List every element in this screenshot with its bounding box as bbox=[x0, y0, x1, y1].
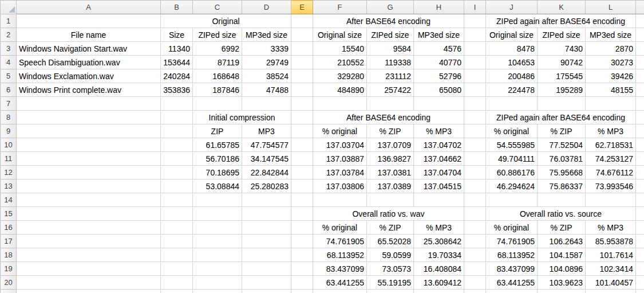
row-header-7[interactable]: 7 bbox=[1, 97, 17, 111]
cell-F12[interactable]: 137.03784 bbox=[313, 166, 367, 179]
column-header-D[interactable]: D bbox=[242, 1, 291, 14]
cell-partial-14[interactable] bbox=[636, 193, 644, 207]
column-header-partial[interactable] bbox=[636, 1, 644, 14]
cell-C18[interactable] bbox=[193, 248, 242, 262]
cell-E13[interactable] bbox=[291, 179, 313, 193]
cell-L19[interactable]: 102.3414 bbox=[586, 262, 636, 276]
cell-H17[interactable]: 25.308642 bbox=[414, 235, 464, 248]
cell-F13[interactable]: 137.03806 bbox=[313, 179, 367, 193]
column-header-G[interactable]: G bbox=[367, 1, 414, 14]
cell-C10[interactable]: 61.65785 bbox=[193, 138, 242, 152]
cell-J2[interactable]: Original size bbox=[486, 28, 538, 42]
cell-G14[interactable] bbox=[367, 193, 414, 207]
cell-D6[interactable]: 47488 bbox=[242, 83, 291, 97]
cell-partial-5[interactable] bbox=[636, 69, 644, 83]
cell-partial-4[interactable] bbox=[636, 56, 644, 69]
cell-G21[interactable] bbox=[367, 290, 414, 293]
cell-partial-1[interactable] bbox=[636, 14, 644, 28]
column-header-C[interactable]: C bbox=[193, 1, 242, 14]
cell-L11[interactable]: 74.253127 bbox=[586, 152, 636, 166]
cell-D12[interactable]: 22.842844 bbox=[242, 166, 291, 179]
cell-I21[interactable] bbox=[464, 290, 486, 293]
cell-K4[interactable]: 90742 bbox=[538, 56, 586, 69]
cell-A14[interactable] bbox=[17, 193, 161, 207]
cell-C20[interactable] bbox=[193, 276, 242, 290]
cell-L17[interactable]: 85.953878 bbox=[586, 235, 636, 248]
cell-D19[interactable] bbox=[242, 262, 291, 276]
cell-C17[interactable] bbox=[193, 235, 242, 248]
cell-D21[interactable] bbox=[242, 290, 291, 293]
cell-F20[interactable]: 63.441255 bbox=[313, 276, 367, 290]
cell-F10[interactable]: 137.03704 bbox=[313, 138, 367, 152]
cell-partial-13[interactable] bbox=[636, 179, 644, 193]
cell-partial-18[interactable] bbox=[636, 248, 644, 262]
cell-D4[interactable]: 29749 bbox=[242, 56, 291, 69]
cell-K2[interactable]: ZIPed size bbox=[538, 28, 586, 42]
cell-G13[interactable]: 137.0389 bbox=[367, 179, 414, 193]
cell-B4[interactable]: 153644 bbox=[161, 56, 193, 69]
cell-K12[interactable]: 75.95668 bbox=[538, 166, 586, 179]
cell-J20[interactable]: 63.441255 bbox=[486, 276, 538, 290]
cell-F14[interactable] bbox=[313, 193, 367, 207]
cell-G18[interactable]: 59.0599 bbox=[367, 248, 414, 262]
column-header-H[interactable]: H bbox=[414, 1, 464, 14]
cell-K14[interactable] bbox=[538, 193, 586, 207]
row-header-11[interactable]: 11 bbox=[1, 152, 17, 166]
cell-G20[interactable]: 55.19195 bbox=[367, 276, 414, 290]
cell-A6[interactable]: Windows Print complete.wav bbox=[17, 83, 161, 97]
cell-F8[interactable]: After BASE64 encoding bbox=[313, 111, 464, 124]
cell-F17[interactable]: 74.761905 bbox=[313, 235, 367, 248]
row-header-20[interactable]: 20 bbox=[1, 276, 17, 290]
cell-I6[interactable] bbox=[464, 83, 486, 97]
cell-E20[interactable] bbox=[291, 276, 313, 290]
cell-J16[interactable]: % original bbox=[486, 221, 538, 235]
cell-B19[interactable] bbox=[161, 262, 193, 276]
cell-L5[interactable]: 39426 bbox=[586, 69, 636, 83]
cell-D17[interactable] bbox=[242, 235, 291, 248]
cell-J9[interactable]: % original bbox=[486, 124, 538, 138]
cell-D10[interactable]: 47.754577 bbox=[242, 138, 291, 152]
cell-F5[interactable]: 329280 bbox=[313, 69, 367, 83]
row-header-5[interactable]: 5 bbox=[1, 69, 17, 83]
cell-E6[interactable] bbox=[291, 83, 313, 97]
cell-partial-2[interactable] bbox=[636, 28, 644, 42]
cell-G16[interactable]: % ZIP bbox=[367, 221, 414, 235]
cell-B9[interactable] bbox=[161, 124, 193, 138]
cell-H12[interactable]: 137.04704 bbox=[414, 166, 464, 179]
cell-J6[interactable]: 224478 bbox=[486, 83, 538, 97]
cell-I16[interactable] bbox=[464, 221, 486, 235]
cell-A20[interactable] bbox=[17, 276, 161, 290]
cell-C8[interactable]: Initial compression bbox=[193, 111, 291, 124]
cell-A19[interactable] bbox=[17, 262, 161, 276]
row-header-14[interactable]: 14 bbox=[1, 193, 17, 207]
cell-A5[interactable]: Windows Exclamation.wav bbox=[17, 69, 161, 83]
cell-H10[interactable]: 137.04702 bbox=[414, 138, 464, 152]
row-header-13[interactable]: 13 bbox=[1, 179, 17, 193]
cell-A10[interactable] bbox=[17, 138, 161, 152]
cell-C9[interactable]: ZIP bbox=[193, 124, 242, 138]
cell-J10[interactable]: 54.555985 bbox=[486, 138, 538, 152]
cell-I18[interactable] bbox=[464, 248, 486, 262]
cell-G7[interactable] bbox=[367, 97, 414, 111]
cell-I20[interactable] bbox=[464, 276, 486, 290]
cell-J5[interactable]: 200486 bbox=[486, 69, 538, 83]
cell-B2[interactable]: Size bbox=[161, 28, 193, 42]
row-header-2[interactable]: 2 bbox=[1, 28, 17, 42]
cell-E11[interactable] bbox=[291, 152, 313, 166]
cell-C2[interactable]: ZIPed size bbox=[193, 28, 242, 42]
cell-E10[interactable] bbox=[291, 138, 313, 152]
column-header-J[interactable]: J bbox=[486, 1, 538, 14]
cell-F3[interactable]: 15540 bbox=[313, 42, 367, 56]
cell-H5[interactable]: 52796 bbox=[414, 69, 464, 83]
cell-A17[interactable] bbox=[17, 235, 161, 248]
row-header-3[interactable]: 3 bbox=[1, 42, 17, 56]
cell-C21[interactable] bbox=[193, 290, 242, 293]
cell-D14[interactable] bbox=[242, 193, 291, 207]
cell-E4[interactable] bbox=[291, 56, 313, 69]
cell-L2[interactable]: MP3ed size bbox=[586, 28, 636, 42]
cell-A12[interactable] bbox=[17, 166, 161, 179]
cell-D5[interactable]: 38524 bbox=[242, 69, 291, 83]
cell-L16[interactable]: % MP3 bbox=[586, 221, 636, 235]
row-header-19[interactable]: 19 bbox=[1, 262, 17, 276]
cell-B5[interactable]: 240284 bbox=[161, 69, 193, 83]
